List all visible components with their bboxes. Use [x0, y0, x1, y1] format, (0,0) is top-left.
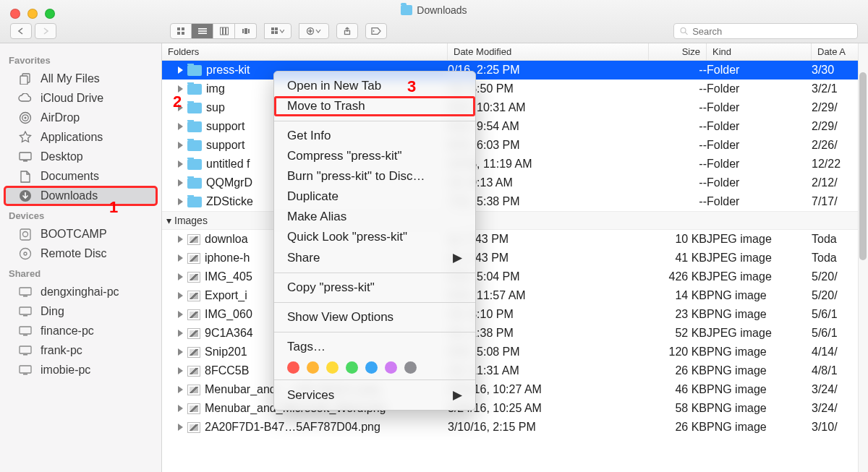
action-menu-button[interactable] — [299, 23, 329, 39]
file-row[interactable]: ZDSticke7/13, 5:38 PM--Folder7/17/ — [162, 192, 868, 211]
close-window-button[interactable] — [10, 9, 20, 19]
context-menu-item[interactable]: Burn "press-kit" to Disc… — [274, 166, 475, 186]
file-row[interactable]: IMG_4050/16, 5:04 PM426 KBJPEG image5/20… — [162, 267, 868, 286]
coverflow-view-button[interactable] — [235, 23, 257, 39]
file-row[interactable]: 8FCC5B/16, 11:31 AM26 KBPNG image4/8/1 — [162, 361, 868, 380]
col-header-size[interactable]: Size — [649, 43, 707, 60]
file-row[interactable]: Menubar_and_…soft_Word-1.png3/24/16, 10:… — [162, 380, 868, 399]
sidebar-item-imobie-pc[interactable]: imobie-pc — [4, 361, 157, 379]
file-row[interactable]: 2A20F7D1-B47…5AF787D04.png3/10/16, 2:15 … — [162, 418, 868, 437]
disclosure-triangle-icon[interactable] — [178, 273, 183, 280]
file-row[interactable]: 9C1A364/16, 1:38 PM52 KBJPEG image5/6/1 — [162, 324, 868, 343]
context-menu-item[interactable]: Share▶ — [274, 247, 475, 268]
sidebar-item-bootcamp[interactable]: BOOTCAMP — [4, 225, 157, 244]
context-menu-item[interactable]: Compress "press-kit" — [274, 146, 475, 166]
disclosure-triangle-icon[interactable] — [178, 424, 183, 431]
forward-button[interactable] — [35, 23, 56, 39]
disclosure-triangle-icon[interactable] — [178, 236, 183, 243]
file-row[interactable]: Snip2014/16, 5:08 PM120 KBPNG image4/14/ — [162, 343, 868, 361]
context-menu[interactable]: Open in New TabMove to TrashGet InfoComp… — [273, 71, 476, 411]
search-field[interactable] — [673, 23, 858, 39]
file-row[interactable]: IMG_060/16, 3:10 PM23 KBPNG image5/6/1 — [162, 305, 868, 324]
context-menu-item[interactable]: Copy "press-kit" — [274, 278, 475, 298]
sidebar-item-remote-disc[interactable]: Remote Disc — [4, 244, 157, 263]
file-row[interactable]: img/16, 5:50 PM--Folder3/2/1 — [162, 80, 868, 98]
sidebar-item-applications[interactable]: Applications — [4, 128, 157, 147]
context-menu-item-label: Services — [287, 388, 334, 403]
file-row[interactable]: support6/16, 6:03 PM--Folder2/26/ — [162, 136, 868, 155]
file-row[interactable]: Export_i0/16, 11:57 AM14 KBPNG image5/20… — [162, 286, 868, 305]
share-button[interactable] — [336, 23, 358, 39]
sidebar-item-ding[interactable]: Ding — [4, 302, 157, 321]
sidebar-item-icloud-drive[interactable]: iCloud Drive — [4, 89, 157, 108]
file-row[interactable]: untitled f22/15, 11:19 AM--Folder12/22 — [162, 155, 868, 173]
disclosure-triangle-icon[interactable] — [178, 142, 183, 149]
sidebar-item-dengxinghai-pc[interactable]: dengxinghai-pc — [4, 283, 157, 301]
disclosure-triangle-icon[interactable] — [178, 66, 183, 74]
context-menu-item[interactable]: Show View Options — [274, 307, 475, 327]
column-view-button[interactable] — [213, 23, 235, 39]
disclosure-triangle-icon[interactable] — [178, 179, 183, 186]
context-menu-item[interactable]: Open in New Tab — [274, 76, 475, 96]
disclosure-triangle-icon[interactable] — [178, 330, 183, 337]
col-header-name[interactable]: Folders — [162, 43, 448, 60]
disclosure-triangle-icon[interactable] — [178, 311, 183, 318]
disclosure-triangle-icon[interactable] — [178, 160, 183, 168]
file-row[interactable]: iphone-hay, 2:43 PM41 KBJPEG imageToda — [162, 249, 868, 267]
arrange-button[interactable] — [264, 23, 292, 39]
file-row[interactable]: downloaay, 2:43 PM10 KBJPEG imageToda — [162, 230, 868, 249]
tag-color-dot[interactable] — [346, 361, 358, 374]
search-input[interactable] — [692, 26, 851, 37]
disclosure-triangle-icon[interactable] — [178, 367, 183, 374]
tags-button[interactable] — [365, 23, 387, 39]
tag-color-dot[interactable] — [326, 361, 339, 374]
column-headers[interactable]: Folders Date Modified Size Kind Date A — [162, 43, 868, 61]
tag-color-dot[interactable] — [307, 361, 319, 374]
context-menu-item[interactable]: Services▶ — [274, 385, 475, 406]
sidebar-item-frank-pc[interactable]: frank-pc — [4, 341, 157, 360]
col-header-modified[interactable]: Date Modified — [448, 43, 649, 60]
vertical-scrollbar-thumb[interactable] — [859, 72, 867, 260]
tag-color-dot[interactable] — [404, 361, 417, 374]
context-menu-item[interactable]: Get Info — [274, 126, 475, 146]
list-view-button[interactable] — [192, 23, 213, 39]
tag-color-dot[interactable] — [365, 361, 378, 374]
file-kind: JPEG image — [707, 270, 812, 283]
sidebar-item-downloads[interactable]: Downloads — [4, 186, 157, 205]
context-menu-item[interactable]: Make Alias — [274, 207, 475, 227]
file-list[interactable]: press-kit0/16, 2:25 PM--Folder3/30img/16… — [162, 61, 868, 472]
back-button[interactable] — [10, 23, 32, 39]
sidebar-item-airdrop[interactable]: AirDrop — [4, 108, 157, 127]
disclosure-triangle-icon[interactable] — [178, 123, 183, 130]
all-my-files-icon — [17, 73, 33, 85]
disclosure-triangle-icon[interactable] — [178, 254, 183, 262]
context-menu-item[interactable]: Move to Trash — [274, 96, 475, 116]
vertical-scrollbar-track[interactable] — [858, 43, 868, 472]
disclosure-triangle-icon[interactable] — [178, 405, 183, 412]
col-header-kind[interactable]: Kind — [707, 43, 812, 60]
context-menu-item[interactable]: Tags… — [274, 337, 475, 357]
context-menu-item[interactable]: Quick Look "press-kit" — [274, 227, 475, 247]
disclosure-triangle-icon[interactable] — [178, 386, 183, 393]
context-menu-item[interactable]: Duplicate — [274, 186, 475, 207]
file-row[interactable]: support9/16, 9:54 AM--Folder2/29/ — [162, 117, 868, 136]
file-name: Export_i — [205, 289, 247, 302]
file-row[interactable]: QQMgrD/15, 9:13 AM--Folder2/12/ — [162, 173, 868, 192]
maximize-window-button[interactable] — [45, 9, 55, 19]
file-kind: Folder — [707, 120, 812, 133]
tag-color-dot[interactable] — [287, 361, 299, 374]
tag-color-dot[interactable] — [385, 361, 397, 374]
sidebar-item-desktop[interactable]: Desktop — [4, 147, 157, 166]
disclosure-triangle-icon[interactable] — [178, 292, 183, 299]
minimize-window-button[interactable] — [27, 9, 38, 19]
sidebar-item-finance-pc[interactable]: finance-pc — [4, 322, 157, 340]
sidebar-item-documents[interactable]: Documents — [4, 167, 157, 186]
disclosure-triangle-icon[interactable] — [178, 348, 183, 356]
sidebar-item-all-my-files[interactable]: All My Files — [4, 69, 157, 88]
icon-view-button[interactable] — [170, 23, 192, 39]
disclosure-triangle-icon[interactable] — [178, 198, 183, 205]
disclosure-triangle-icon[interactable] — [178, 85, 183, 93]
file-row[interactable]: press-kit0/16, 2:25 PM--Folder3/30 — [162, 61, 868, 80]
file-row[interactable]: Menubar_and_Microsoft_Word.png3/24/16, 1… — [162, 399, 868, 418]
file-row[interactable]: sup9/16, 10:31 AM--Folder2/29/ — [162, 98, 868, 117]
